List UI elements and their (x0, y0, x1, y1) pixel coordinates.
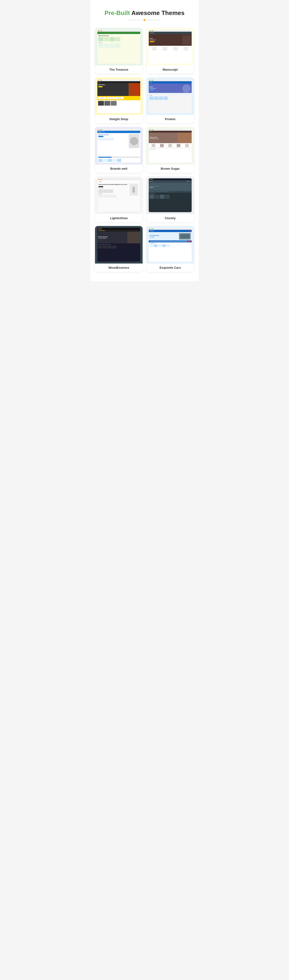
theme-preview-protein: Shop Home Accessories (146, 78, 194, 115)
theme-card-exquisite-cars[interactable]: CAR STORE The professional car parts (146, 226, 194, 272)
theme-card-brands-well[interactable]: Home Accessories (95, 127, 143, 173)
theme-preview-lightinglow: ⚡ Glow Unconventional and modern lightin… (95, 177, 143, 214)
theme-label-delight-shop: Delight Shop (95, 115, 143, 123)
theme-preview-mansculpt: ShopStore Home Accessories (146, 28, 194, 65)
theme-card-clockly[interactable]: ⌚ WATCH ⌚ WATCH Exclusive and timeless w… (146, 177, 194, 222)
theme-label-brands-well: Brands well (95, 164, 143, 173)
theme-label-exquisite-cars: Exquisite Cars (146, 264, 194, 272)
title-highlight: Pre-Built (105, 10, 130, 16)
theme-label-woodessence: WoodEssence (95, 264, 143, 272)
theme-card-woodessence[interactable]: MODERN INTERIOR Modern furniture for you… (95, 226, 143, 272)
divider-line-left (129, 20, 143, 20)
theme-label-mansculpt: Mansculpt (146, 65, 194, 74)
theme-card-lightinglow[interactable]: ⚡ Glow Unconventional and modern lightin… (95, 177, 143, 222)
theme-card-mansculpt[interactable]: ShopStore Home Accessories (146, 28, 194, 74)
theme-card-protein[interactable]: Shop Home Accessories (146, 78, 194, 123)
title-divider (95, 19, 194, 21)
page-title: Pre-Built Awesome Themes (95, 10, 194, 17)
theme-card-the-treasure[interactable]: Home Accessories Products (95, 28, 143, 74)
theme-label-lightinglow: LightinGlow (95, 214, 143, 222)
theme-label-the-treasure: The Treasure (95, 65, 143, 74)
theme-preview-brands-well: Home Accessories (95, 127, 143, 164)
theme-preview-woodessence: MODERN INTERIOR Modern furniture for you… (95, 226, 143, 264)
page-header: Pre-Built Awesome Themes (95, 10, 194, 21)
theme-preview-delight-shop: Store Winter Wear New promotion New prom… (95, 78, 143, 115)
divider-dot (144, 19, 145, 21)
page-wrapper: Pre-Built Awesome Themes (91, 0, 198, 281)
theme-label-clockly: Clockly (146, 214, 194, 222)
theme-label-brown-sugar: Brown Sugar (146, 164, 194, 173)
theme-preview-clockly: ⌚ WATCH ⌚ WATCH Exclusive and timeless w… (146, 177, 194, 214)
theme-preview-the-treasure: Home Accessories Products (95, 28, 143, 65)
theme-label-protein: Protein (146, 115, 194, 123)
themes-grid: Home Accessories Products (95, 28, 194, 272)
divider-line-right (146, 20, 160, 20)
theme-preview-brown-sugar: Store Discover The Contained In Tea (146, 127, 194, 164)
title-main: Awesome Themes (131, 10, 184, 16)
theme-preview-exquisite-cars: CAR STORE The professional car parts (146, 226, 194, 264)
theme-card-delight-shop[interactable]: Store Winter Wear New promotion New prom… (95, 78, 143, 123)
theme-card-brown-sugar[interactable]: Store Discover The Contained In Tea (146, 127, 194, 173)
